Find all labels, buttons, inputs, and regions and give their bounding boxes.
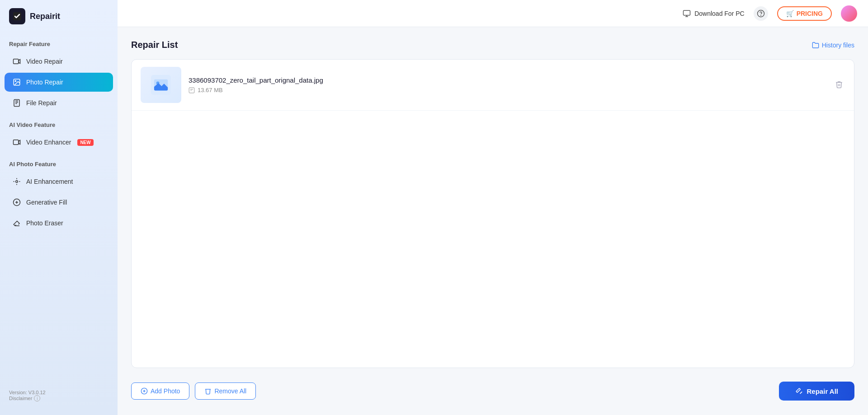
app-name: Repairit bbox=[30, 12, 60, 21]
content-header: Repair List History files bbox=[131, 40, 854, 50]
repair-all-button[interactable]: Repair All bbox=[779, 382, 854, 401]
history-link-label: History files bbox=[822, 42, 854, 49]
svg-point-6 bbox=[16, 181, 18, 183]
file-name: 3386093702_zero_tail_part_orignal_data.j… bbox=[189, 76, 826, 84]
file-size-row: 13.67 MB bbox=[189, 87, 826, 93]
header: Download For PC 🛒 PRICING bbox=[118, 0, 868, 27]
page-title: Repair List bbox=[131, 40, 178, 50]
remove-all-label: Remove All bbox=[214, 387, 246, 395]
sidebar: Repairit Repair Feature Video Repair Pho… bbox=[0, 0, 118, 415]
sidebar-item-photo-eraser[interactable]: Photo Eraser bbox=[5, 214, 113, 233]
folder-icon bbox=[812, 42, 819, 49]
logo-area: Repairit bbox=[0, 0, 118, 33]
ai-enhancement-icon bbox=[12, 177, 22, 187]
pricing-button[interactable]: 🛒 PRICING bbox=[777, 6, 832, 21]
file-thumbnail bbox=[141, 67, 181, 103]
history-files-link[interactable]: History files bbox=[812, 42, 854, 49]
video-repair-icon bbox=[12, 56, 22, 66]
sidebar-item-photo-repair[interactable]: Photo Repair bbox=[5, 73, 113, 92]
image-thumb-icon bbox=[151, 75, 171, 95]
app-logo bbox=[9, 8, 25, 24]
photo-eraser-icon bbox=[12, 218, 22, 228]
bottom-left-actions: Add Photo Remove All bbox=[131, 382, 256, 400]
photo-repair-icon bbox=[12, 77, 22, 87]
ai-photo-feature-section: AI Photo Feature bbox=[0, 153, 118, 171]
repair-feature-section: Repair Feature bbox=[0, 33, 118, 51]
download-label: Download For PC bbox=[694, 10, 745, 17]
generative-fill-label: Generative Fill bbox=[26, 199, 67, 206]
remove-all-button[interactable]: Remove All bbox=[195, 382, 256, 400]
svg-rect-8 bbox=[684, 10, 690, 15]
main-area: Download For PC 🛒 PRICING Repair List Hi… bbox=[118, 0, 868, 415]
trash-all-icon bbox=[204, 387, 212, 395]
monitor-icon bbox=[683, 9, 691, 18]
user-avatar[interactable] bbox=[841, 5, 857, 22]
file-list: 3386093702_zero_tail_part_orignal_data.j… bbox=[131, 59, 854, 368]
disclaimer-label: Disclaimer bbox=[9, 396, 32, 401]
svg-rect-1 bbox=[14, 59, 19, 64]
table-row: 3386093702_zero_tail_part_orignal_data.j… bbox=[132, 60, 854, 111]
repair-all-label: Repair All bbox=[807, 387, 838, 395]
cart-icon: 🛒 bbox=[786, 10, 794, 17]
svg-rect-5 bbox=[14, 140, 19, 145]
help-icon bbox=[757, 9, 765, 18]
ai-enhancement-label: AI Enhancement bbox=[26, 178, 73, 185]
sidebar-item-file-repair[interactable]: File Repair bbox=[5, 93, 113, 112]
sidebar-item-video-repair[interactable]: Video Repair bbox=[5, 52, 113, 71]
file-repair-label: File Repair bbox=[26, 99, 57, 107]
file-size: 13.67 MB bbox=[198, 87, 223, 93]
generative-fill-icon bbox=[12, 197, 22, 207]
sidebar-footer: Version: V3.0.12 Disclaimer i bbox=[0, 385, 118, 406]
svg-point-3 bbox=[15, 80, 16, 81]
disclaimer-icon: i bbox=[34, 395, 40, 401]
repair-icon bbox=[795, 387, 803, 395]
bottom-bar: Add Photo Remove All Repair All bbox=[131, 377, 854, 402]
video-repair-label: Video Repair bbox=[26, 58, 63, 65]
add-photo-button[interactable]: Add Photo bbox=[131, 382, 189, 400]
download-for-pc[interactable]: Download For PC bbox=[683, 9, 745, 18]
video-enhancer-icon bbox=[12, 137, 22, 147]
add-photo-label: Add Photo bbox=[151, 387, 180, 395]
help-button[interactable] bbox=[754, 6, 768, 21]
sidebar-item-generative-fill[interactable]: Generative Fill bbox=[5, 193, 113, 212]
version-text: Version: V3.0.12 bbox=[9, 390, 108, 395]
svg-point-10 bbox=[760, 15, 761, 15]
photo-repair-label: Photo Repair bbox=[26, 79, 63, 86]
sidebar-item-video-enhancer[interactable]: Video Enhancer NEW bbox=[5, 133, 113, 152]
photo-eraser-label: Photo Eraser bbox=[26, 219, 63, 227]
pricing-label: PRICING bbox=[797, 10, 823, 17]
file-size-icon bbox=[189, 87, 195, 93]
plus-circle-icon bbox=[141, 387, 148, 395]
file-repair-icon bbox=[12, 98, 22, 108]
sidebar-item-ai-enhancement[interactable]: AI Enhancement bbox=[5, 172, 113, 191]
delete-file-button[interactable] bbox=[833, 79, 845, 92]
trash-icon bbox=[835, 80, 843, 89]
ai-video-feature-section: AI Video Feature bbox=[0, 113, 118, 132]
content-area: Repair List History files bbox=[118, 27, 868, 415]
file-info: 3386093702_zero_tail_part_orignal_data.j… bbox=[189, 76, 826, 93]
new-badge: NEW bbox=[77, 139, 93, 146]
video-enhancer-label: Video Enhancer bbox=[26, 139, 71, 146]
